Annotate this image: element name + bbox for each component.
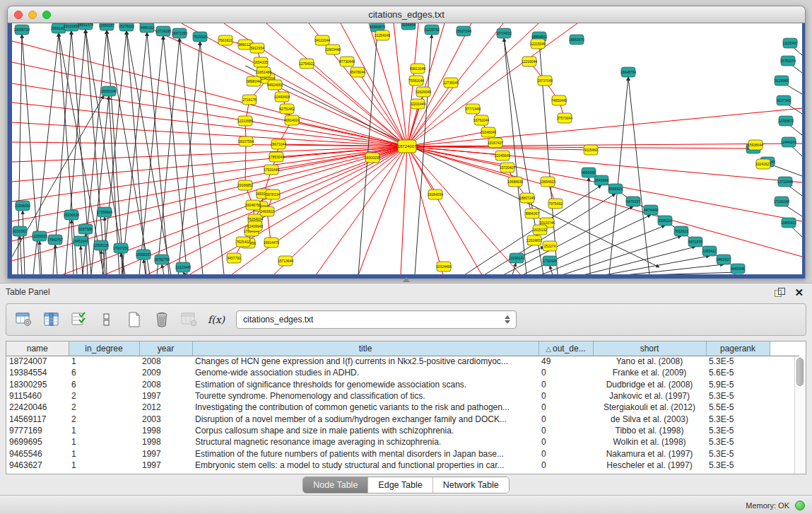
table-row[interactable]: 946362711997Embryonic stem cells: a mode… — [6, 460, 799, 471]
graph-node[interactable]: 28671044 — [271, 139, 286, 149]
table-cell[interactable]: Changes of HCN gene expression and I(f) … — [192, 356, 539, 367]
table-cell[interactable]: 18300295 — [6, 379, 69, 390]
graph-node[interactable]: 97730449 — [339, 57, 355, 66]
table-cell[interactable]: 19384554 — [6, 367, 69, 378]
table-row[interactable]: 1830029562008Estimation of significance … — [6, 379, 799, 390]
table-cell[interactable]: 5.9E-5 — [706, 379, 770, 390]
graph-node[interactable]: 10167427 — [488, 138, 503, 148]
column-header-title[interactable]: title — [192, 341, 539, 356]
table-cell[interactable]: 2 — [69, 390, 139, 402]
table-row[interactable]: 1456911722003Disruption of a novel membe… — [6, 413, 799, 424]
graph-node[interactable]: 10324454 — [436, 262, 452, 271]
tab-network-table[interactable]: Network Table — [433, 477, 509, 493]
tab-edge-table[interactable]: Edge Table — [367, 477, 432, 493]
graph-node[interactable]: 7515526 — [193, 32, 207, 42]
table-selector-dropdown[interactable]: citations_edges.txt — [236, 310, 517, 329]
table-cell[interactable]: Investigating the contribution of common… — [192, 402, 539, 413]
memory-status-indicator[interactable] — [795, 501, 805, 510]
table-cell[interactable]: 18724007 — [6, 356, 69, 367]
graph-node[interactable]: 40614024 — [284, 115, 300, 125]
table-cell[interactable]: Disruption of a novel member of a sodium… — [192, 413, 539, 424]
graph-node[interactable]: 95478044 — [350, 67, 365, 77]
graph-node[interactable]: 19166852 — [237, 180, 253, 190]
graph-node[interactable]: 12213589 — [237, 116, 253, 126]
graph-node[interactable]: 13524851 — [526, 235, 542, 245]
graph-node[interactable]: 19131954 — [64, 23, 79, 31]
column-header-pagerank[interactable]: pagerank — [706, 341, 770, 356]
table-cell[interactable]: Hescheler et al. (1997) — [593, 460, 706, 471]
table-cell[interactable]: Genome-wide association studies in ADHD. — [192, 367, 539, 378]
table-cell[interactable]: 2012 — [139, 402, 192, 413]
graph-node[interactable]: 15637344 — [456, 26, 471, 36]
graph-node[interactable]: 10241627 — [755, 159, 771, 169]
graph-node[interactable]: 16451943 — [73, 236, 88, 246]
table-cell[interactable]: de Silva et al. (2003) — [593, 413, 706, 424]
graph-node[interactable]: 7975692 — [548, 199, 563, 209]
graph-node[interactable]: 5912954 — [250, 43, 264, 53]
graph-node[interactable]: 7632621 — [674, 226, 688, 236]
table-cell[interactable]: 1 — [69, 460, 139, 471]
show-columns-icon[interactable] — [42, 310, 61, 329]
table-cell[interactable]: 6 — [69, 379, 139, 390]
graph-node[interactable]: 17931449 — [264, 165, 279, 175]
table-cell[interactable]: 1 — [69, 436, 139, 448]
graph-node[interactable]: 23206050 — [15, 201, 30, 211]
graph-node[interactable]: 252274 — [543, 241, 557, 251]
table-cell[interactable]: Yano et al. (2008) — [593, 356, 706, 367]
graph-node[interactable]: 9463627 — [717, 255, 731, 264]
graph-node[interactable]: 31626049 — [416, 87, 431, 97]
graph-node[interactable]: 21851486 — [256, 67, 271, 77]
table-cell[interactable]: 0 — [539, 402, 593, 413]
graph-node[interactable]: 10719185 — [155, 26, 171, 36]
tab-node-table[interactable]: Node Table — [303, 477, 367, 493]
graph-node[interactable]: 16958167 — [136, 250, 151, 259]
graph-node[interactable]: 1840994 — [594, 175, 608, 185]
table-cell[interactable]: 1998 — [139, 436, 192, 448]
graph-node[interactable]: 16671355 — [172, 28, 187, 38]
table-cell[interactable]: 1997 — [139, 460, 192, 471]
graph-node[interactable]: 37573044 — [557, 113, 572, 123]
window-titlebar[interactable]: citations_edges.txt — [7, 6, 806, 23]
graph-node[interactable]: 16648794 — [620, 67, 636, 77]
table-cell[interactable]: 2 — [69, 402, 139, 413]
splitter-handle-icon[interactable] — [403, 277, 410, 282]
graph-node[interactable]: 12710446 — [777, 177, 793, 187]
graph-node[interactable]: 17942757 — [47, 235, 63, 245]
table-row[interactable]: 1938455462009Genome-wide association stu… — [6, 367, 799, 378]
table-cell[interactable]: Structural magnetic resonance image aver… — [192, 436, 539, 448]
column-header-out_de[interactable]: △out_de... — [539, 341, 593, 356]
graph-node[interactable]: 31225742 — [424, 25, 440, 35]
graph-node[interactable]: 1733426 — [543, 256, 557, 266]
network-canvas[interactable]: 2405572420691406191319541881137410653257… — [12, 23, 802, 274]
table-cell[interactable]: 0 — [539, 413, 593, 424]
graph-node[interactable]: 12409948 — [247, 221, 263, 231]
column-header-short[interactable]: short — [593, 341, 706, 356]
graph-node[interactable]: 9898044 — [247, 76, 261, 86]
table-cell[interactable]: 49 — [539, 356, 593, 367]
graph-node[interactable]: 7625402 — [236, 237, 250, 247]
table-cell[interactable]: Nakamura et al. (1997) — [593, 448, 706, 459]
table-scrollbar-thumb[interactable] — [796, 358, 804, 386]
table-row[interactable]: 911546021997Tourette syndrome. Phenomeno… — [6, 390, 799, 402]
graph-node[interactable]: 37771449 — [465, 104, 481, 114]
graph-node[interactable]: 16914479 — [264, 238, 279, 247]
graph-node[interactable]: 9465546 — [731, 264, 745, 274]
table-cell[interactable]: 0 — [539, 379, 593, 390]
graph-node[interactable]: 1615132 — [533, 225, 547, 235]
graph-node[interactable]: 17359924 — [97, 207, 112, 217]
graph-node[interactable]: 12219044 — [522, 57, 537, 66]
graph-node[interactable]: 15751074 — [780, 56, 796, 66]
graph-node[interactable]: 9129966 — [775, 76, 789, 86]
table-cell[interactable]: 9465546 — [6, 448, 69, 459]
table-cell[interactable]: 1997 — [139, 448, 192, 459]
table-cell[interactable]: 9115460 — [6, 390, 69, 402]
column-header-name[interactable]: name — [6, 341, 69, 356]
graph-node[interactable]: 9474444 — [644, 205, 658, 215]
graph-node[interactable]: 8938923 — [608, 184, 623, 194]
column-header-in_degree[interactable]: in_degree — [69, 341, 139, 356]
graph-node[interactable]: 9294854 — [401, 23, 416, 30]
table-cell[interactable]: Embryonic stem cells: a model to study s… — [192, 460, 539, 471]
table-cell[interactable]: 9699695 — [6, 436, 69, 448]
graph-node[interactable]: 34022044 — [314, 35, 330, 45]
table-cell[interactable]: 2009 — [139, 367, 192, 378]
